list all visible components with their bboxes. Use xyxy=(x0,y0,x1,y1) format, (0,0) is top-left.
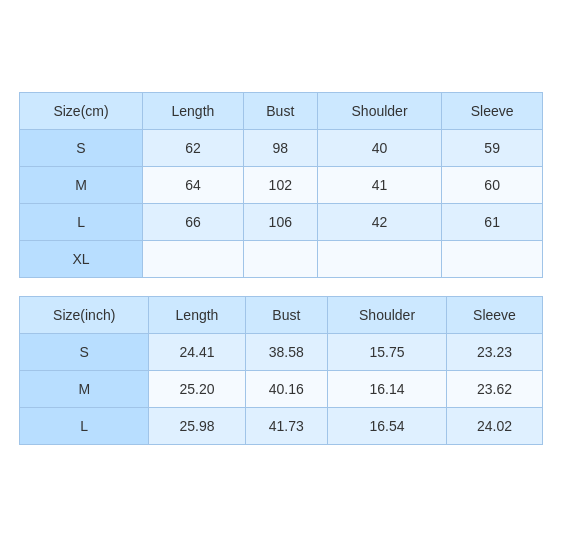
table-cell: 25.20 xyxy=(149,370,245,407)
table-cell xyxy=(317,240,442,277)
table-cell: 66 xyxy=(143,203,244,240)
table-cell xyxy=(143,240,244,277)
cm-size-table: Size(cm) Length Bust Shoulder Sleeve S62… xyxy=(19,92,543,278)
table-cell: 42 xyxy=(317,203,442,240)
cm-length-header: Length xyxy=(143,92,244,129)
table-cell: 41 xyxy=(317,166,442,203)
table-row: M641024160 xyxy=(20,166,543,203)
table-row: XL xyxy=(20,240,543,277)
table-cell: 106 xyxy=(243,203,317,240)
table-cell: S xyxy=(20,333,149,370)
table-cell: 16.14 xyxy=(328,370,447,407)
inch-length-header: Length xyxy=(149,296,245,333)
inch-header-row: Size(inch) Length Bust Shoulder Sleeve xyxy=(20,296,543,333)
table-cell: 24.02 xyxy=(446,407,542,444)
cm-sleeve-header: Sleeve xyxy=(442,92,543,129)
table-cell: L xyxy=(20,203,143,240)
table-cell: 60 xyxy=(442,166,543,203)
table-cell: 62 xyxy=(143,129,244,166)
table-row: L661064261 xyxy=(20,203,543,240)
table-cell: 59 xyxy=(442,129,543,166)
table-cell: 15.75 xyxy=(328,333,447,370)
table-row: S62984059 xyxy=(20,129,543,166)
inch-bust-header: Bust xyxy=(245,296,328,333)
table-row: L25.9841.7316.5424.02 xyxy=(20,407,543,444)
cm-size-header: Size(cm) xyxy=(20,92,143,129)
table-cell: S xyxy=(20,129,143,166)
table-cell: 24.41 xyxy=(149,333,245,370)
inch-sleeve-header: Sleeve xyxy=(446,296,542,333)
table-cell: 102 xyxy=(243,166,317,203)
table-cell: M xyxy=(20,166,143,203)
table-cell: 38.58 xyxy=(245,333,328,370)
table-row: S24.4138.5815.7523.23 xyxy=(20,333,543,370)
table-cell: 16.54 xyxy=(328,407,447,444)
table-cell: 23.62 xyxy=(446,370,542,407)
table-cell: 25.98 xyxy=(149,407,245,444)
table-cell: M xyxy=(20,370,149,407)
cm-header-row: Size(cm) Length Bust Shoulder Sleeve xyxy=(20,92,543,129)
cm-shoulder-header: Shoulder xyxy=(317,92,442,129)
table-cell xyxy=(243,240,317,277)
table-cell: XL xyxy=(20,240,143,277)
table-cell: 41.73 xyxy=(245,407,328,444)
table-divider xyxy=(19,288,543,296)
table-cell: 61 xyxy=(442,203,543,240)
size-chart-container: Size(cm) Length Bust Shoulder Sleeve S62… xyxy=(11,84,551,463)
table-cell: L xyxy=(20,407,149,444)
table-cell: 23.23 xyxy=(446,333,542,370)
inch-shoulder-header: Shoulder xyxy=(328,296,447,333)
inch-size-header: Size(inch) xyxy=(20,296,149,333)
inch-size-table: Size(inch) Length Bust Shoulder Sleeve S… xyxy=(19,296,543,445)
table-cell: 98 xyxy=(243,129,317,166)
cm-bust-header: Bust xyxy=(243,92,317,129)
table-cell xyxy=(442,240,543,277)
table-cell: 40 xyxy=(317,129,442,166)
table-cell: 40.16 xyxy=(245,370,328,407)
table-cell: 64 xyxy=(143,166,244,203)
table-row: M25.2040.1616.1423.62 xyxy=(20,370,543,407)
